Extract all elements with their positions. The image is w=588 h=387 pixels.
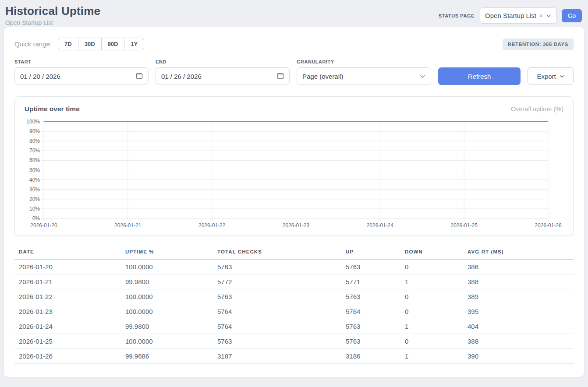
header-right: STATUS PAGE Open Startup List × Go <box>439 7 582 24</box>
table-cell: 100.0000 <box>121 304 213 319</box>
chevron-down-icon <box>560 74 564 79</box>
y-axis-label: 70% <box>29 148 40 154</box>
table-cell: 5771 <box>341 274 400 289</box>
column-header-total-checks: TOTAL CHECKS <box>213 246 341 260</box>
end-date-value: 01 / 26 / 2026 <box>161 73 202 80</box>
retention-badge: RETENTION: 365 DAYS <box>503 39 574 50</box>
uptime-chart-card: Uptime over time Overall uptime (%) 0%10… <box>14 96 574 236</box>
table-cell: 5763 <box>341 319 400 334</box>
table-cell: 2026-01-20 <box>14 260 121 274</box>
granularity-select[interactable]: Page (overall) <box>297 67 431 85</box>
calendar-icon[interactable] <box>136 72 143 81</box>
x-axis-label: 2026-01-23 <box>283 222 310 229</box>
table-row: 2026-01-2199.9800577257711388 <box>14 274 574 289</box>
quick-range-group: 7D 30D 90D 1Y <box>58 38 144 50</box>
status-page-value: Open Startup List <box>485 12 536 19</box>
table-cell: 5764 <box>213 304 341 319</box>
export-label: Export <box>537 73 556 80</box>
calendar-icon[interactable] <box>277 72 284 81</box>
chevron-down-icon <box>420 74 425 79</box>
granularity-value: Page (overall) <box>302 73 343 80</box>
y-axis-label: 80% <box>29 138 40 144</box>
granularity-label: GRANULARITY <box>297 59 431 64</box>
y-axis-label: 50% <box>29 167 40 173</box>
x-axis-label: 2026-01-22 <box>198 222 226 229</box>
quick-range-7d[interactable]: 7D <box>58 38 78 50</box>
table-cell: 386 <box>463 260 574 274</box>
quick-range-90d[interactable]: 90D <box>101 38 124 50</box>
x-axis-label: 2026-01-20 <box>30 222 57 229</box>
table-cell: 3187 <box>213 349 341 364</box>
table-cell: 100.0000 <box>121 334 213 349</box>
y-axis-label: 90% <box>29 128 40 134</box>
y-axis-label: 20% <box>29 196 40 202</box>
table-cell: 389 <box>463 289 574 304</box>
table-cell: 1 <box>400 274 463 289</box>
export-button[interactable]: Export <box>528 67 574 85</box>
start-date-input[interactable]: 01 / 20 / 2026 <box>14 67 149 85</box>
y-axis-label: 60% <box>29 157 40 163</box>
table-cell: 1 <box>400 349 463 364</box>
table-row: 2026-01-22100.0000576357630389 <box>14 289 574 304</box>
table-cell: 5763 <box>341 334 400 349</box>
chart-header: Uptime over time Overall uptime (%) <box>15 105 573 113</box>
quick-range-row: Quick range: 7D 30D 90D 1Y RETENTION: 36… <box>14 38 574 50</box>
table-cell: 388 <box>463 334 574 349</box>
page-header: Historical Uptime Open Startup List STAT… <box>0 0 588 27</box>
table-cell: 2026-01-24 <box>14 319 121 334</box>
table-row: 2026-01-2499.9800576457631404 <box>14 319 574 334</box>
table-cell: 5764 <box>341 304 400 319</box>
go-button[interactable]: Go <box>562 9 582 22</box>
y-axis-label: 10% <box>29 206 40 212</box>
y-axis-label: 30% <box>29 186 40 193</box>
table-cell: 0 <box>400 334 463 349</box>
quick-range-1y[interactable]: 1Y <box>124 38 144 50</box>
end-date-input[interactable]: 01 / 26 / 2026 <box>156 67 290 85</box>
table-cell: 5763 <box>213 334 341 349</box>
table-cell: 5763 <box>213 289 341 304</box>
table-header-row: DATE UPTIME % TOTAL CHECKS UP DOWN AVG R… <box>14 246 574 260</box>
table-cell: 1 <box>400 319 463 334</box>
x-axis-label: 2026-01-21 <box>114 222 142 229</box>
main-panel: Quick range: 7D 30D 90D 1Y RETENTION: 36… <box>4 27 584 377</box>
table-row: 2026-01-25100.0000576357630388 <box>14 334 574 349</box>
column-header-avg-rt: AVG RT (MS) <box>463 246 574 260</box>
column-header-date: DATE <box>14 246 121 260</box>
clear-selection-icon[interactable]: × <box>539 13 543 19</box>
table-cell: 0 <box>400 260 463 274</box>
status-page-label: STATUS PAGE <box>439 13 475 18</box>
table-row: 2026-01-20100.0000576357630386 <box>14 260 574 274</box>
table-header: DATE UPTIME % TOTAL CHECKS UP DOWN AVG R… <box>14 246 574 260</box>
chart-legend: Overall uptime (%) <box>511 106 563 113</box>
chart-title: Uptime over time <box>25 105 80 113</box>
table-cell: 2026-01-25 <box>14 334 121 349</box>
chevron-down-icon <box>546 13 551 18</box>
table-cell: 5763 <box>341 289 400 304</box>
quick-range-30d[interactable]: 30D <box>78 38 101 50</box>
page-title: Historical Uptime <box>5 4 100 18</box>
table-cell: 390 <box>463 349 574 364</box>
table-cell: 0 <box>400 289 463 304</box>
status-page-select[interactable]: Open Startup List × <box>480 7 556 24</box>
table-cell: 395 <box>463 304 574 319</box>
start-date-value: 01 / 20 / 2026 <box>20 73 60 80</box>
granularity-field: GRANULARITY Page (overall) <box>297 59 431 85</box>
y-axis-label: 0% <box>32 215 40 222</box>
table-cell: 100.0000 <box>121 260 213 274</box>
start-label: START <box>14 59 149 64</box>
table-cell: 2026-01-23 <box>14 304 121 319</box>
title-block: Historical Uptime Open Startup List <box>5 4 100 26</box>
table-cell: 99.9800 <box>121 274 213 289</box>
table-row: 2026-01-2699.9686318731861390 <box>14 349 574 364</box>
table-cell: 5763 <box>213 260 341 274</box>
column-header-down: DOWN <box>400 246 463 260</box>
start-date-field: START 01 / 20 / 2026 <box>14 59 149 85</box>
table-cell: 5764 <box>213 319 341 334</box>
x-axis-label: 2026-01-24 <box>367 222 394 229</box>
column-header-up: UP <box>341 246 400 260</box>
table-cell: 3186 <box>341 349 400 364</box>
refresh-button[interactable]: Refresh <box>438 67 521 85</box>
table-cell: 2026-01-21 <box>14 274 121 289</box>
uptime-chart: 0%10%20%30%40%50%60%70%80%90%100%2026-01… <box>15 116 572 230</box>
end-date-field: END 01 / 26 / 2026 <box>156 59 290 85</box>
